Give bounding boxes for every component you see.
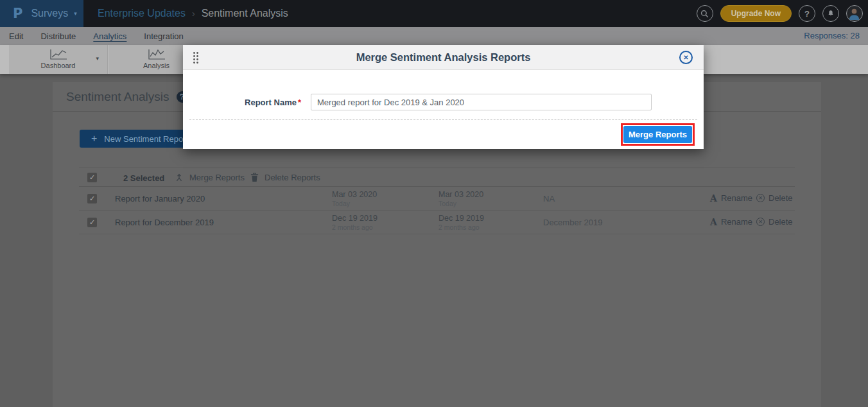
close-icon: ✕	[683, 54, 688, 61]
report-period: December 2019	[543, 218, 603, 227]
delete-circle-x-icon: ✕	[756, 218, 765, 226]
help-button[interactable]: ?	[799, 5, 815, 22]
drag-handle-icon[interactable]	[193, 51, 199, 64]
dialog-footer: Merge Reports	[183, 120, 704, 149]
row-checkbox[interactable]: ✓	[87, 194, 97, 204]
delete-reports-label: Delete Reports	[265, 173, 320, 182]
created-relative: Today	[332, 200, 377, 207]
created-date-cell: Mar 03 2020 Today	[332, 190, 377, 207]
trash-icon	[250, 173, 259, 182]
upgrade-now-button[interactable]: Upgrade Now	[720, 5, 792, 22]
merge-reports-dialog: Merge Sentiment Analysis Reports ✕ Repor…	[183, 45, 704, 149]
tab-integration[interactable]: Integration	[144, 31, 183, 41]
merge-reports-submit-button[interactable]: Merge Reports	[623, 126, 692, 143]
modified-date: Dec 19 2019	[438, 214, 484, 223]
merge-icon	[175, 173, 184, 182]
created-date: Mar 03 2020	[332, 190, 377, 199]
product-switcher[interactable]: P Surveys ▾	[0, 0, 83, 27]
delete-label: Delete	[768, 193, 793, 203]
delete-label: Delete	[768, 217, 793, 227]
modified-relative: 2 months ago	[438, 223, 484, 231]
survey-section-nav: Edit Distribute Analytics Integration Re…	[0, 27, 868, 45]
top-navigation-bar: P Surveys ▾ Enterprise Updates › Sentime…	[0, 0, 868, 27]
delete-reports-button[interactable]: Delete Reports	[250, 173, 320, 182]
question-mark-icon: ?	[804, 9, 810, 19]
chevron-down-icon: ▾	[74, 10, 77, 17]
rename-label: Rename	[721, 193, 752, 203]
bulk-actions-bar: ✓ 2 Selected Merge Reports	[79, 168, 795, 187]
report-name-input[interactable]	[311, 94, 652, 110]
responses-count: Responses: 28	[804, 27, 860, 45]
page-title: Sentiment Analysis	[66, 90, 169, 104]
person-icon	[847, 6, 862, 21]
rename-icon: A	[710, 194, 717, 203]
line-chart-icon	[49, 48, 68, 61]
report-period: NA	[543, 194, 555, 204]
reports-table: ✓ 2 Selected Merge Reports	[79, 168, 795, 234]
chevron-down-icon[interactable]: ▾	[96, 55, 99, 62]
user-avatar[interactable]	[846, 5, 863, 22]
new-report-label: New Sentiment Report	[104, 134, 188, 144]
select-all-checkbox[interactable]: ✓	[87, 173, 97, 182]
report-name: Report for December 2019	[115, 218, 214, 227]
selected-count: 2 Selected	[123, 173, 164, 183]
questionpro-logo-icon: P	[13, 6, 22, 21]
delete-button[interactable]: ✕ Delete	[756, 193, 793, 203]
row-checkbox[interactable]: ✓	[87, 218, 97, 227]
rename-button[interactable]: A Rename	[710, 217, 752, 227]
rename-label: Rename	[721, 217, 752, 227]
breadcrumb: Enterprise Updates › Sentiment Analysis	[98, 0, 288, 27]
report-name: Report for January 2020	[115, 194, 205, 204]
tab-analytics[interactable]: Analytics	[93, 31, 126, 41]
zigzag-chart-icon	[147, 48, 166, 61]
ribbon-tab-dashboard[interactable]: Dashboard ▾	[9, 45, 108, 74]
dialog-header: Merge Sentiment Analysis Reports ✕	[183, 45, 704, 70]
tab-distribute[interactable]: Distribute	[40, 31, 76, 41]
topbar-actions: Upgrade Now ?	[697, 5, 863, 22]
merge-reports-button[interactable]: Merge Reports	[175, 173, 245, 182]
close-button[interactable]: ✕	[679, 51, 693, 64]
product-name: Surveys	[31, 8, 68, 19]
modified-date-cell: Dec 19 2019 2 months ago	[438, 214, 484, 231]
report-name-label: Report Name*	[183, 94, 301, 119]
delete-button[interactable]: ✕ Delete	[756, 217, 793, 227]
merge-reports-label: Merge Reports	[189, 173, 245, 182]
rename-icon: A	[710, 218, 717, 227]
breadcrumb-current-page: Sentiment Analysis	[202, 8, 288, 19]
modified-date-cell: Mar 03 2020 Today	[438, 190, 483, 207]
breadcrumb-survey-name[interactable]: Enterprise Updates	[98, 8, 186, 19]
rename-button[interactable]: A Rename	[710, 193, 752, 203]
table-row: ✓ Report for December 2019 Dec 19 2019 2…	[79, 211, 795, 234]
table-row: ✓ Report for January 2020 Mar 03 2020 To…	[79, 187, 795, 211]
breadcrumb-separator-icon: ›	[192, 8, 195, 19]
dialog-title: Merge Sentiment Analysis Reports	[183, 45, 704, 70]
created-date: Dec 19 2019	[332, 214, 378, 223]
required-asterisk: *	[298, 98, 301, 107]
delete-circle-x-icon: ✕	[756, 194, 765, 202]
plus-icon: +	[91, 133, 97, 144]
created-relative: 2 months ago	[332, 223, 378, 231]
modified-relative: Today	[438, 200, 483, 207]
search-button[interactable]	[697, 5, 713, 22]
created-date-cell: Dec 19 2019 2 months ago	[332, 214, 378, 231]
ribbon-tab-label: Dashboard	[9, 62, 107, 69]
dialog-body: Report Name*	[183, 70, 704, 119]
action-highlight-box: Merge Reports	[621, 123, 695, 146]
modified-date: Mar 03 2020	[438, 190, 483, 199]
notifications-button[interactable]	[822, 5, 839, 22]
bell-icon	[826, 9, 835, 18]
tab-edit[interactable]: Edit	[9, 31, 23, 41]
new-sentiment-report-button[interactable]: + New Sentiment Report	[80, 130, 200, 148]
search-icon	[700, 9, 709, 19]
